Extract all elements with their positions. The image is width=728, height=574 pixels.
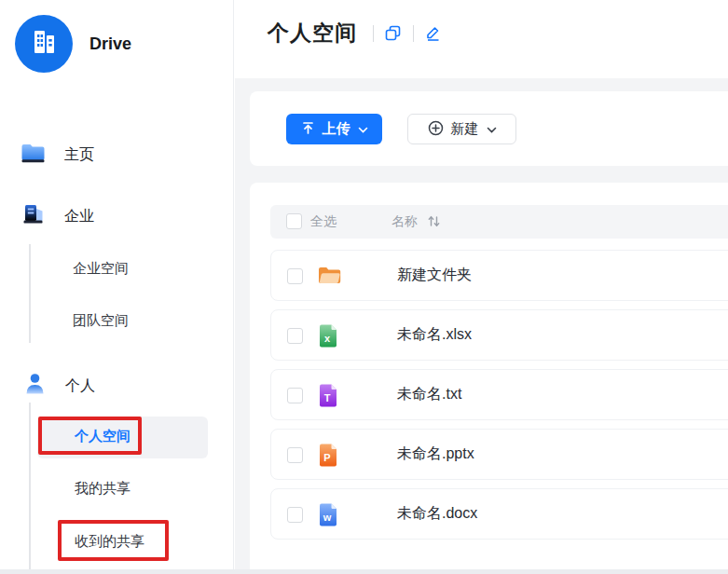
page-header: 个人空间 xyxy=(268,19,443,48)
edit-icon[interactable] xyxy=(424,24,443,43)
sidebar-item-personal-space[interactable]: 个人空间 xyxy=(75,428,130,445)
tree-indent-line xyxy=(29,403,31,574)
excel-file-icon: x xyxy=(318,323,338,352)
sidebar-item-label: 收到的共享 xyxy=(75,533,144,549)
app-title: Drive xyxy=(89,34,131,54)
row-checkbox[interactable] xyxy=(287,388,303,403)
table-row[interactable]: w 未命名.docx xyxy=(270,488,728,540)
sidebar-item-team-space[interactable]: 团队空间 xyxy=(73,312,129,330)
sidebar-item-enterprise[interactable]: 企业 xyxy=(21,202,94,230)
table-row[interactable]: T 未命名.txt xyxy=(270,369,728,420)
sidebar-item-label: 企业 xyxy=(64,207,94,226)
sidebar-item-label: 主页 xyxy=(64,145,94,165)
upload-button-label: 上传 xyxy=(323,120,350,138)
file-name[interactable]: 未命名.xlsx xyxy=(397,325,472,345)
person-icon xyxy=(23,372,47,400)
sidebar-item-home[interactable]: 主页 xyxy=(21,141,94,169)
file-name[interactable]: 未命名.txt xyxy=(397,385,461,404)
file-name[interactable]: 未命名.pptx xyxy=(397,444,474,464)
sidebar-item-label: 我的共享 xyxy=(75,480,130,496)
table-row[interactable]: P 未命名.pptx xyxy=(270,429,728,480)
copy-icon[interactable] xyxy=(384,24,403,43)
tree-indent-line xyxy=(29,244,31,343)
sidebar-item-personal[interactable]: 个人 xyxy=(23,372,95,400)
app-logo-row: Drive xyxy=(15,15,131,73)
folder-file-icon xyxy=(318,266,341,289)
page-title: 个人空间 xyxy=(268,19,357,48)
file-list-panel: 全选 名称 新建文件夹 xyxy=(250,183,728,574)
building-icon xyxy=(21,202,46,230)
new-button[interactable]: 新建 xyxy=(407,114,516,144)
row-checkbox[interactable] xyxy=(287,447,303,463)
file-badge-letter: x xyxy=(324,333,331,344)
table-row[interactable]: 新建文件夹 xyxy=(270,250,728,301)
sidebar-item-label: 团队空间 xyxy=(73,312,129,328)
upload-button[interactable]: 上传 xyxy=(286,114,382,144)
plus-circle-icon xyxy=(428,120,444,139)
table-header: 全选 名称 xyxy=(270,205,728,239)
sidebar-item-my-shares[interactable]: 我的共享 xyxy=(75,480,130,498)
sidebar-item-label: 个人 xyxy=(65,376,95,396)
text-file-icon: T xyxy=(318,383,338,412)
row-checkbox[interactable] xyxy=(287,268,303,284)
select-all-checkbox[interactable] xyxy=(286,213,302,229)
file-badge-letter: w xyxy=(323,512,332,523)
upload-icon xyxy=(301,121,315,138)
drive-app-window: Drive 主页 xyxy=(0,0,728,574)
new-button-label: 新建 xyxy=(451,120,479,138)
row-checkbox[interactable] xyxy=(287,328,303,344)
row-checkbox[interactable] xyxy=(287,507,303,523)
toolbar-panel: 上传 新建 xyxy=(250,91,728,166)
horizontal-scrollbar[interactable] xyxy=(0,569,728,574)
sidebar-item-label: 个人空间 xyxy=(75,428,130,444)
file-name[interactable]: 未命名.docx xyxy=(397,504,477,524)
select-all-label: 全选 xyxy=(310,213,337,230)
file-badge-letter: P xyxy=(323,452,330,463)
chevron-down-icon xyxy=(358,121,368,137)
chevron-down-icon xyxy=(487,121,497,137)
file-badge-letter: T xyxy=(324,392,331,403)
drive-logo[interactable] xyxy=(15,15,73,73)
powerpoint-file-icon: P xyxy=(318,443,338,472)
sidebar-item-enterprise-space[interactable]: 企业空间 xyxy=(73,260,129,278)
header-divider xyxy=(373,25,374,42)
name-column-header[interactable]: 名称 xyxy=(391,213,418,230)
sort-icon[interactable] xyxy=(427,214,441,232)
file-name[interactable]: 新建文件夹 xyxy=(397,266,472,285)
table-row[interactable]: x 未命名.xlsx xyxy=(270,309,728,361)
sidebar-item-received-shares[interactable]: 收到的共享 xyxy=(75,533,144,551)
building-logo-icon xyxy=(28,26,60,62)
folder-icon xyxy=(21,141,46,169)
sidebar-item-label: 企业空间 xyxy=(73,260,129,276)
word-file-icon: w xyxy=(318,502,338,531)
header-divider xyxy=(413,25,414,42)
sidebar: Drive 主页 xyxy=(0,0,234,574)
